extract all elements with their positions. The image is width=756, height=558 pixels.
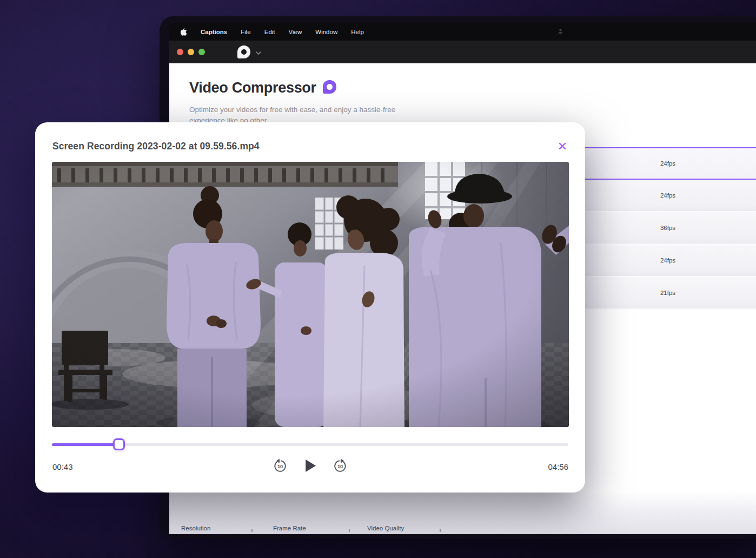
column-divider-tick (349, 529, 350, 532)
column-divider-tick (251, 529, 253, 532)
skip-forward-label: 10 (337, 464, 343, 469)
column-divider-tick (440, 529, 441, 532)
frame-rate-value: 24fps (660, 160, 675, 167)
play-button[interactable] (303, 458, 317, 473)
menubar-item-help[interactable]: Help (351, 29, 364, 35)
frame-rate-value: 24fps (660, 257, 675, 264)
modal-title: Screen Recording 2023-02-02 at 09.59.56.… (52, 141, 260, 152)
column-header-frame-rate: Frame Rate (273, 525, 306, 531)
seek-slider[interactable] (52, 441, 568, 448)
frame-rate-row[interactable]: 21fps (569, 277, 756, 310)
slider-fill (52, 443, 119, 446)
traffic-light-minimize[interactable] (188, 49, 194, 55)
close-icon[interactable] (556, 140, 569, 153)
chevron-down-icon[interactable] (256, 47, 261, 57)
apple-menu-icon[interactable] (180, 28, 187, 36)
video-preview-modal: Screen Recording 2023-02-02 at 09.59.56.… (35, 122, 585, 493)
frame-rate-row[interactable]: 24fps (569, 245, 756, 277)
play-icon (303, 458, 317, 473)
slider-track[interactable] (52, 443, 568, 446)
page-background: Captions File Edit View Window Help (0, 0, 756, 558)
player-controls: 10 10 (35, 458, 585, 473)
frame-rate-value: 36fps (660, 225, 675, 231)
column-header-resolution: Resolution (181, 525, 210, 531)
menubar-item-window[interactable]: Window (315, 29, 337, 35)
captions-logo-icon (237, 45, 250, 58)
menubar-item-file[interactable]: File (241, 29, 251, 35)
skip-back-10-button[interactable]: 10 (273, 458, 287, 473)
menubar-status-icon[interactable] (558, 28, 563, 35)
settings-table-header: Resolution Frame Rate Video Quality (169, 491, 756, 534)
menubar-item-edit[interactable]: Edit (264, 29, 275, 35)
macos-menubar: Captions File Edit View Window Help (169, 23, 756, 41)
skip-forward-10-button[interactable]: 10 (333, 458, 347, 473)
video-preview (52, 162, 569, 427)
frame-rate-value: 21fps (660, 290, 675, 296)
frame-rate-value: 24fps (660, 192, 675, 199)
skip-back-label: 10 (277, 464, 283, 469)
frame-rate-table: 24fps 24fps 36fps 24fps 21fps (569, 147, 756, 310)
menubar-item-view[interactable]: View (289, 29, 302, 35)
traffic-light-close[interactable] (177, 49, 183, 55)
frame-rate-row[interactable]: 24fps (569, 147, 756, 180)
video-scene (52, 162, 569, 427)
column-header-video-quality: Video Quality (367, 525, 404, 531)
page-title: Video Compressor (189, 80, 316, 96)
frame-rate-row[interactable]: 36fps (569, 212, 756, 245)
frame-rate-row[interactable]: 24fps (569, 180, 756, 212)
menubar-item-captions[interactable]: Captions (201, 29, 227, 35)
slider-handle[interactable] (113, 438, 125, 450)
captions-logo-purple-icon (323, 80, 336, 94)
traffic-light-zoom[interactable] (198, 49, 205, 55)
window-titlebar (169, 41, 756, 63)
